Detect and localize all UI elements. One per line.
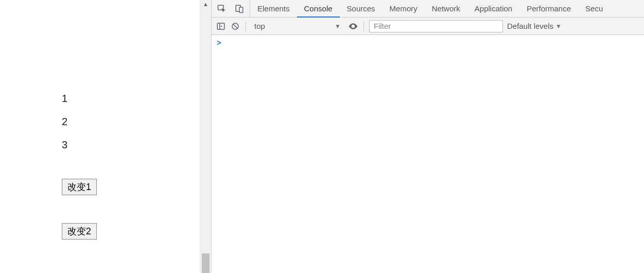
svg-point-5 (352, 25, 354, 27)
scroll-up-arrow-icon[interactable]: ▲ (200, 1, 211, 7)
list-item: 1 (62, 93, 97, 105)
devtools-tabs: Elements Console Sources Memory Network … (212, 0, 644, 18)
toggle-device-toolbar-icon[interactable] (234, 4, 245, 14)
tab-network[interactable]: Network (425, 0, 467, 17)
separator (246, 21, 246, 31)
tab-console[interactable]: Console (297, 0, 340, 17)
console-prompt-icon: > (217, 38, 221, 47)
devtools-left-icons (212, 0, 250, 17)
live-expression-icon[interactable] (348, 21, 358, 31)
log-levels-selector[interactable]: Default levels ▼ (507, 22, 562, 30)
dropdown-triangle-icon: ▼ (335, 23, 341, 30)
tab-elements[interactable]: Elements (250, 0, 297, 17)
toggle-console-sidebar-icon[interactable] (216, 21, 226, 31)
separator (363, 21, 364, 31)
tab-memory[interactable]: Memory (382, 0, 425, 17)
log-levels-label: Default levels (507, 22, 553, 30)
tab-security[interactable]: Secu (578, 0, 610, 17)
change-1-button[interactable]: 改变1 (62, 179, 97, 195)
devtools-panel: Elements Console Sources Memory Network … (211, 0, 644, 273)
scrollbar-thumb[interactable] (202, 253, 210, 273)
tab-performance[interactable]: Performance (519, 0, 578, 17)
vertical-scrollbar[interactable]: ▲ (200, 0, 211, 273)
console-output[interactable]: > (212, 35, 644, 273)
dropdown-triangle-icon: ▼ (555, 23, 562, 30)
change-2-button[interactable]: 改变2 (62, 223, 97, 240)
tab-sources[interactable]: Sources (340, 0, 382, 17)
page-content: 1 2 3 改变1 改变2 (62, 93, 97, 240)
tab-application[interactable]: Application (467, 0, 519, 17)
page-viewport: 1 2 3 改变1 改变2 (0, 0, 200, 273)
console-toolbar: top ▼ Default levels ▼ (212, 18, 644, 35)
console-filter-input[interactable] (369, 20, 503, 32)
execution-context-selector[interactable]: top ▼ (251, 22, 344, 30)
list-item: 3 (62, 139, 97, 151)
svg-rect-2 (239, 7, 243, 13)
context-label: top (254, 22, 265, 30)
clear-console-icon[interactable] (230, 21, 240, 31)
inspect-element-icon[interactable] (217, 4, 227, 14)
list-item: 2 (62, 116, 97, 128)
